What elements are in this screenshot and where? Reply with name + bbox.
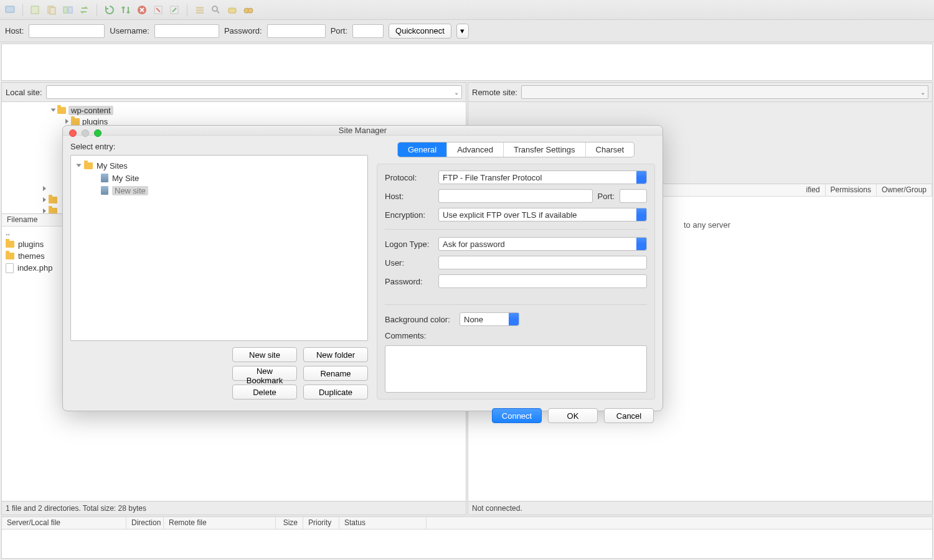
folder-icon: [57, 107, 66, 114]
select-entry-label: Select entry:: [70, 142, 368, 151]
new-folder-button[interactable]: New folder: [303, 347, 368, 362]
svg-rect-1: [31, 6, 39, 14]
new-bookmark-button[interactable]: New Bookmark: [232, 366, 297, 381]
col-direction[interactable]: Direction: [126, 517, 164, 529]
col-modified[interactable]: ified: [801, 184, 826, 196]
port-input[interactable]: [620, 189, 647, 203]
duplicate-button[interactable]: Duplicate: [303, 385, 368, 399]
qc-host-input[interactable]: [29, 24, 105, 38]
disclosure-icon[interactable]: [43, 208, 46, 213]
svg-rect-0: [6, 6, 14, 12]
svg-rect-3: [50, 7, 55, 14]
message-log[interactable]: [1, 44, 933, 81]
encryption-select[interactable]: Use explicit FTP over TLS if available: [438, 208, 647, 222]
folder-icon: [71, 118, 80, 125]
qc-port-input[interactable]: [352, 24, 384, 38]
compare-icon[interactable]: [62, 4, 74, 16]
refresh-icon[interactable]: [103, 4, 116, 16]
svg-point-12: [212, 6, 217, 11]
tree-root[interactable]: My Sites: [97, 161, 128, 170]
queue-body[interactable]: [2, 530, 932, 558]
svg-rect-11: [196, 12, 204, 14]
svg-point-15: [248, 8, 253, 13]
tab-advanced[interactable]: Advanced: [447, 142, 504, 157]
select-stepper-icon: [636, 171, 646, 184]
qc-password-input[interactable]: [267, 24, 326, 38]
cancel-icon[interactable]: [136, 4, 148, 16]
port-label: Port:: [598, 192, 615, 201]
cancel-button[interactable]: Cancel: [604, 408, 654, 423]
disclosure-icon[interactable]: [43, 186, 46, 191]
svg-rect-5: [68, 7, 72, 13]
site-manager-icon[interactable]: [4, 4, 16, 16]
site-entry-tree[interactable]: My Sites My Site New site: [70, 155, 368, 341]
remote-empty-message: to any server: [680, 217, 734, 233]
sync-arrows-icon[interactable]: [78, 4, 90, 16]
protocol-select[interactable]: FTP - File Transfer Protocol: [438, 170, 647, 184]
quickconnect-button[interactable]: Quickconnect: [389, 24, 451, 39]
binoculars-icon[interactable]: [242, 4, 255, 16]
close-window-icon[interactable]: [69, 129, 77, 137]
chevron-down-icon: ⌄: [920, 89, 925, 96]
delete-button[interactable]: Delete: [232, 385, 297, 399]
comments-textarea[interactable]: [385, 345, 647, 393]
process-queue-icon[interactable]: [120, 4, 132, 16]
rename-button[interactable]: Rename: [303, 366, 368, 381]
new-tab-icon[interactable]: [29, 4, 42, 16]
col-remotefile[interactable]: Remote file: [164, 517, 276, 529]
protocol-label: Protocol:: [385, 173, 433, 182]
logon-type-select[interactable]: Ask for password: [438, 237, 647, 251]
site-entry-selected[interactable]: New site: [112, 186, 148, 195]
queue-headers[interactable]: Server/Local file Direction Remote file …: [2, 517, 932, 530]
tree-item-selected[interactable]: wp-content: [68, 106, 113, 115]
reconnect-icon[interactable]: [168, 4, 181, 16]
select-stepper-icon: [509, 313, 519, 325]
user-input[interactable]: [438, 256, 647, 269]
disclosure-icon[interactable]: [77, 164, 82, 167]
local-site-combo[interactable]: ⌄: [46, 85, 462, 99]
settings-tabs: General Advanced Transfer Settings Chars…: [397, 142, 634, 157]
svg-rect-13: [229, 8, 236, 13]
disclosure-icon[interactable]: [43, 197, 46, 202]
quickconnect-history-button[interactable]: ▾: [456, 24, 469, 39]
connect-button[interactable]: Connect: [492, 408, 542, 423]
new-site-button[interactable]: New site: [232, 347, 297, 362]
host-input[interactable]: [438, 189, 593, 203]
dialog-titlebar[interactable]: Site Manager: [63, 126, 663, 136]
svg-rect-9: [196, 7, 204, 9]
svg-rect-10: [196, 9, 204, 11]
minimize-window-icon: [82, 129, 89, 137]
col-permissions[interactable]: Permissions: [826, 184, 877, 196]
col-priority[interactable]: Priority: [303, 517, 339, 529]
ok-button[interactable]: OK: [548, 408, 598, 423]
chevron-down-icon: ⌄: [454, 89, 459, 96]
remote-site-combo[interactable]: ⌄: [521, 85, 928, 99]
tab-transfer[interactable]: Transfer Settings: [504, 142, 586, 157]
tab-charset[interactable]: Charset: [586, 142, 634, 157]
queue-icon[interactable]: [194, 4, 206, 16]
local-status: 1 file and 2 directories. Total size: 28…: [2, 501, 466, 515]
site-entry[interactable]: My Site: [112, 174, 139, 183]
folder-icon: [84, 162, 93, 169]
dialog-title: Site Manager: [339, 126, 387, 135]
disconnect-icon[interactable]: [152, 4, 164, 16]
copy-icon[interactable]: [45, 4, 58, 16]
folder-icon: [6, 253, 14, 259]
disclosure-icon[interactable]: [65, 119, 68, 124]
bgcolor-select[interactable]: None: [460, 312, 519, 326]
zoom-window-icon[interactable]: [94, 129, 101, 137]
col-status[interactable]: Status: [339, 517, 427, 529]
filter-icon[interactable]: [210, 4, 222, 16]
col-server[interactable]: Server/Local file: [2, 517, 126, 529]
col-size[interactable]: Size: [276, 517, 303, 529]
col-owner[interactable]: Owner/Group: [877, 184, 932, 196]
search-icon[interactable]: [226, 4, 238, 16]
qc-username-input[interactable]: [154, 24, 219, 38]
disclosure-icon[interactable]: [51, 109, 56, 112]
comments-label: Comments:: [385, 331, 426, 340]
tab-general[interactable]: General: [398, 142, 447, 157]
site-manager-dialog: Site Manager Select entry: My Sites My S…: [62, 125, 663, 411]
folder-icon: [49, 197, 57, 203]
password-input[interactable]: [438, 274, 647, 288]
remote-status: Not connected.: [468, 501, 932, 515]
